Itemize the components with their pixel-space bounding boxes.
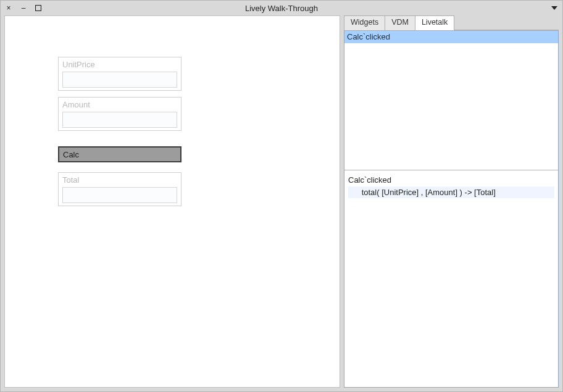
tab-livetalk-label: Livetalk (422, 18, 448, 27)
tab-spacer (454, 15, 559, 30)
client-area: UnitPrice Amount Calc Total Widgets VDM … (4, 15, 559, 388)
calc-button-label: Calc (63, 150, 79, 159)
window-menu-icon[interactable] (550, 6, 559, 10)
code-editor[interactable]: Calc`clicked total( [UnitPrice] , [Amoun… (344, 170, 558, 387)
designer-canvas[interactable]: UnitPrice Amount Calc Total (4, 15, 340, 388)
code-line-1: Calc`clicked (348, 174, 554, 186)
amount-input[interactable] (62, 112, 177, 128)
widget-unitprice[interactable]: UnitPrice (58, 57, 181, 91)
titlebar: × – Lively Walk-Through (1, 1, 562, 15)
calc-button[interactable]: Calc (58, 146, 181, 162)
code-line-2: total( [UnitPrice] , [Amount] ) -> [Tota… (348, 186, 554, 199)
minimize-icon[interactable]: – (19, 4, 28, 12)
livetalk-panes: Calc`clicked Calc`clicked total( [UnitPr… (344, 30, 559, 388)
app-window: × – Lively Walk-Through UnitPrice Amount… (0, 0, 563, 392)
widget-unitprice-label: UnitPrice (62, 60, 177, 69)
unitprice-input[interactable] (62, 72, 177, 88)
svg-rect-0 (36, 6, 41, 11)
tab-vdm-label: VDM (391, 18, 409, 27)
maximize-icon[interactable] (34, 4, 43, 12)
tab-widgets[interactable]: Widgets (344, 15, 385, 30)
tab-widgets-label: Widgets (351, 18, 378, 27)
widget-total-label: Total (62, 175, 177, 185)
tab-bar: Widgets VDM Livetalk (344, 15, 559, 30)
side-panel: Widgets VDM Livetalk Calc`clicked Calc`c… (344, 15, 559, 388)
widget-total[interactable]: Total (58, 172, 181, 206)
close-icon[interactable]: × (4, 4, 13, 12)
window-controls: × – (4, 4, 43, 12)
svg-marker-1 (551, 6, 557, 10)
window-title: Lively Walk-Through (1, 4, 562, 13)
tab-vdm[interactable]: VDM (385, 15, 415, 30)
tab-livetalk[interactable]: Livetalk (415, 15, 454, 30)
events-list[interactable]: Calc`clicked (344, 31, 558, 170)
widget-amount-label: Amount (62, 100, 177, 109)
widget-amount[interactable]: Amount (58, 97, 181, 131)
total-input[interactable] (62, 187, 177, 203)
events-list-selected[interactable]: Calc`clicked (344, 31, 558, 43)
